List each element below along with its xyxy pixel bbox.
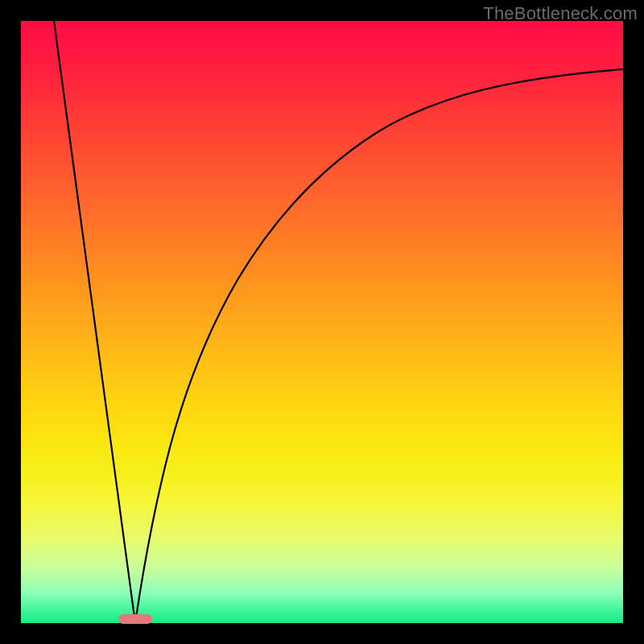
curve-right-branch (135, 69, 623, 623)
bottleneck-curve (21, 21, 623, 623)
chart-frame: TheBottleneck.com (0, 0, 644, 644)
minimum-marker (118, 614, 152, 624)
curve-left-branch (54, 21, 135, 623)
watermark-text: TheBottleneck.com (483, 3, 638, 24)
plot-area (21, 21, 623, 623)
